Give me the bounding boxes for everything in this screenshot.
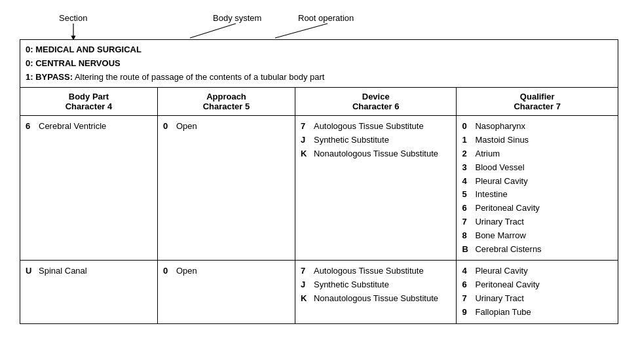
- qualifier-code: 3: [462, 161, 471, 175]
- device-item: JSynthetic Substitute: [301, 134, 451, 147]
- approach-cell: 0Open: [157, 261, 295, 323]
- table-row: USpinal Canal0Open7Autologous Tissue Sub…: [20, 261, 618, 323]
- header-line3: 1: BYPASS: Altering the route of passage…: [26, 71, 612, 84]
- body-part-cell: USpinal Canal: [20, 261, 158, 323]
- body-part-code: 6: [26, 120, 35, 133]
- device-cell: 7Autologous Tissue SubstituteJSynthetic …: [295, 116, 457, 261]
- page-header: Section Body system Root operation 0: ME…: [20, 13, 618, 87]
- qualifier-name: Intestine: [475, 188, 507, 202]
- device-code: J: [301, 134, 310, 147]
- qualifier-name: Mastoid Sinus: [475, 134, 529, 147]
- qualifier-item: 5Intestine: [462, 188, 612, 202]
- qualifier-name: Pleural Cavity: [475, 175, 527, 189]
- approach-code: 0: [163, 120, 172, 133]
- qualifier-code: 7: [462, 292, 471, 306]
- device-item: KNonautologous Tissue Substitute: [301, 147, 451, 161]
- qualifier-cell: 4Pleural Cavity6Peritoneal Cavity7Urinar…: [457, 261, 618, 323]
- qualifier-code: 1: [462, 134, 471, 147]
- qualifier-name: Bone Marrow: [475, 229, 525, 243]
- qualifier-code: 8: [462, 229, 471, 243]
- table-row: 6Cerebral Ventricle0Open7Autologous Tiss…: [20, 116, 618, 261]
- qualifier-code: 7: [462, 215, 471, 229]
- col-header-qualifier: QualifierCharacter 7: [457, 88, 618, 116]
- qualifier-code: 4: [462, 175, 471, 189]
- approach-name: Open: [176, 264, 197, 278]
- device-cell: 7Autologous Tissue SubstituteJSynthetic …: [295, 261, 457, 323]
- qualifier-name: Fallopian Tube: [475, 306, 531, 319]
- qualifier-code: 6: [462, 202, 471, 215]
- device-code: 7: [301, 264, 310, 278]
- qualifier-code: B: [462, 243, 471, 257]
- col-header-device: DeviceCharacter 6: [295, 88, 457, 116]
- qualifier-item: 6Peritoneal Cavity: [462, 278, 612, 292]
- qualifier-item: 3Blood Vessel: [462, 161, 612, 175]
- device-name: Autologous Tissue Substitute: [314, 264, 451, 278]
- qualifier-name: Cerebral Cisterns: [475, 243, 541, 257]
- qualifier-cell: 0Nasopharynx1Mastoid Sinus2Atrium3Blood …: [457, 116, 618, 261]
- device-name: Synthetic Substitute: [314, 134, 451, 147]
- qualifier-item: 9Fallopian Tube: [462, 306, 612, 319]
- qualifier-code: 5: [462, 188, 471, 202]
- qualifier-item: 7Urinary Tract: [462, 215, 612, 229]
- col-header-approach: ApproachCharacter 5: [157, 88, 295, 116]
- body-part-name: Cerebral Ventricle: [39, 120, 106, 133]
- body-part-cell: 6Cerebral Ventricle: [20, 116, 158, 261]
- device-item: JSynthetic Substitute: [301, 278, 451, 292]
- svg-line-2: [275, 24, 328, 38]
- device-item: KNonautologous Tissue Substitute: [301, 292, 451, 306]
- qualifier-item: 6Peritoneal Cavity: [462, 202, 612, 215]
- svg-line-1: [190, 24, 236, 38]
- root-operation-label: Root operation: [298, 13, 354, 23]
- qualifier-code: 9: [462, 306, 471, 319]
- qualifier-code: 4: [462, 264, 471, 278]
- section-label: Section: [59, 13, 87, 23]
- qualifier-name: Pleural Cavity: [475, 264, 527, 278]
- header-line1: 0: MEDICAL AND SURGICAL: [26, 43, 612, 57]
- device-name: Synthetic Substitute: [314, 278, 451, 292]
- device-code: 7: [301, 120, 310, 134]
- qualifier-name: Atrium: [475, 147, 500, 161]
- approach-cell: 0Open: [157, 116, 295, 261]
- qualifier-name: Peritoneal Cavity: [475, 202, 539, 215]
- qualifier-code: 0: [462, 120, 471, 134]
- qualifier-item: 4Pleural Cavity: [462, 264, 612, 278]
- device-name: Nonautologous Tissue Substitute: [314, 292, 451, 306]
- device-code: K: [301, 147, 310, 161]
- device-name: Autologous Tissue Substitute: [314, 120, 451, 134]
- approach-name: Open: [176, 120, 197, 133]
- header-line2: 0: CENTRAL NERVOUS: [26, 57, 612, 71]
- approach-code: 0: [163, 264, 172, 278]
- device-code: K: [301, 292, 310, 306]
- device-item: 7Autologous Tissue Substitute: [301, 120, 451, 134]
- qualifier-item: 2Atrium: [462, 147, 612, 161]
- qualifier-item: 4Pleural Cavity: [462, 175, 612, 189]
- qualifier-name: Urinary Tract: [475, 292, 523, 306]
- device-code: J: [301, 278, 310, 292]
- qualifier-item: 0Nasopharynx: [462, 120, 612, 134]
- body-part-name: Spinal Canal: [39, 264, 87, 278]
- body-part-code: U: [26, 264, 35, 278]
- qualifier-code: 6: [462, 278, 471, 292]
- qualifier-name: Peritoneal Cavity: [475, 278, 539, 292]
- qualifier-item: BCerebral Cisterns: [462, 243, 612, 257]
- qualifier-code: 2: [462, 147, 471, 161]
- device-name: Nonautologous Tissue Substitute: [314, 147, 451, 161]
- qualifier-item: 1Mastoid Sinus: [462, 134, 612, 147]
- qualifier-item: 8Bone Marrow: [462, 229, 612, 243]
- col-header-body-part: Body PartCharacter 4: [20, 88, 158, 116]
- body-system-label: Body system: [213, 13, 261, 23]
- qualifier-name: Blood Vessel: [475, 161, 524, 175]
- qualifier-name: Nasopharynx: [475, 120, 525, 134]
- device-item: 7Autologous Tissue Substitute: [301, 264, 451, 278]
- main-table: Body PartCharacter 4 ApproachCharacter 5…: [20, 87, 618, 323]
- qualifier-name: Urinary Tract: [475, 215, 523, 229]
- qualifier-item: 7Urinary Tract: [462, 292, 612, 306]
- table-header-row: Body PartCharacter 4 ApproachCharacter 5…: [20, 88, 618, 116]
